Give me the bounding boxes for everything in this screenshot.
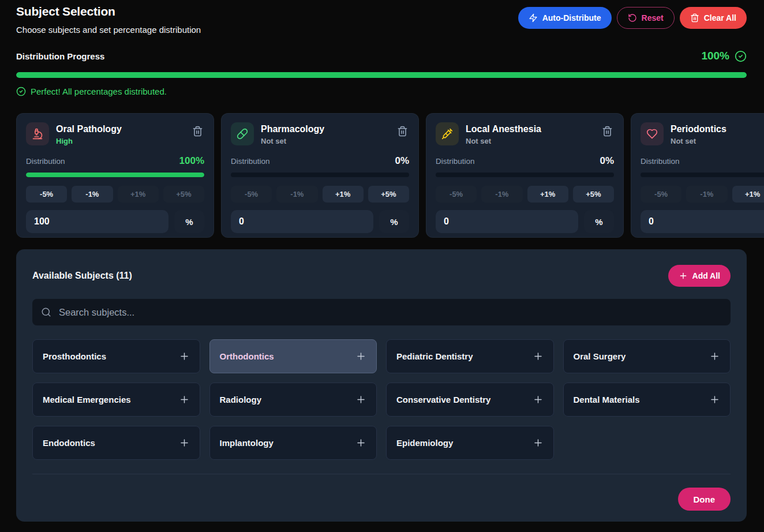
card-progress-fill (26, 173, 204, 177)
subject-priority: Not set (261, 137, 389, 145)
check-circle-icon (16, 87, 26, 96)
plus-icon (533, 437, 544, 448)
remove-subject-button[interactable] (601, 125, 614, 140)
card-titles: PeriodonticsNot set (671, 122, 764, 145)
stepper-plus5[interactable]: +5% (368, 186, 409, 203)
stepper-plus1[interactable]: +1% (732, 186, 764, 203)
stepper-minus5[interactable]: -5% (26, 186, 67, 203)
subject-card: PeriodonticsNot setDistribution0%-5%-1%+… (631, 113, 764, 238)
plus-icon (179, 437, 190, 448)
done-button[interactable]: Done (678, 488, 731, 511)
stepper-plus5[interactable]: +5% (573, 186, 614, 203)
distribution-row: Distribution100% (26, 155, 204, 167)
subjects-grid: ProsthodonticsOrthodonticsPediatric Dent… (32, 339, 731, 460)
plus-icon (679, 271, 688, 280)
plus-icon (533, 394, 544, 405)
card-progress-bar (641, 173, 764, 177)
subject-tile[interactable]: Epidemiology (386, 426, 554, 460)
panel-footer: Done (32, 479, 731, 511)
plus-icon (179, 351, 190, 362)
distribution-total: 100% (701, 50, 747, 62)
subject-tile[interactable]: Conservative Dentistry (386, 383, 554, 417)
subject-tile-label: Medical Emergencies (43, 395, 131, 404)
card-titles: Oral PathologyHigh (56, 122, 184, 145)
search-icon (41, 307, 51, 317)
subject-tile[interactable]: Prosthodontics (32, 339, 200, 373)
stepper-buttons: -5%-1%+1%+5% (231, 186, 409, 203)
subject-name: Local Anesthesia (466, 123, 594, 134)
add-all-button[interactable]: Add All (668, 265, 731, 287)
plus-icon (355, 437, 366, 448)
zap-icon (529, 13, 538, 23)
percentage-input[interactable] (436, 210, 578, 233)
auto-distribute-button[interactable]: Auto-Distribute (518, 7, 612, 29)
subject-tile[interactable]: Radiology (209, 383, 377, 417)
available-subjects-header: Available Subjects (11) Add All (32, 265, 731, 287)
subject-tile-label: Conservative Dentistry (396, 395, 490, 404)
subject-tile-label: Dental Materials (574, 395, 640, 404)
reset-label: Reset (642, 13, 664, 23)
subject-tile[interactable]: Pediatric Dentistry (386, 339, 554, 373)
success-message: Perfect! All percentages distributed. (16, 87, 747, 96)
percent-unit-label: % (174, 210, 204, 233)
remove-subject-button[interactable] (191, 125, 204, 140)
distribution-row: Distribution0% (641, 155, 764, 167)
stepper-plus5: +5% (163, 186, 204, 203)
microscope-icon (26, 122, 49, 145)
plus-icon (179, 394, 190, 405)
check-circle-icon (735, 50, 747, 62)
percent-unit-label: % (379, 210, 409, 233)
subject-tile[interactable]: Endodontics (32, 426, 200, 460)
header: Subject Selection Choose subjects and se… (16, 5, 747, 35)
subject-tile[interactable]: Oral Surgery (563, 339, 731, 373)
value-row: % (26, 210, 204, 233)
subject-tile-label: Epidemiology (396, 438, 453, 448)
plus-icon (355, 351, 366, 362)
subject-selection-screen: Subject Selection Choose subjects and se… (0, 0, 764, 532)
subject-name: Pharmacology (261, 123, 389, 134)
remove-subject-button[interactable] (396, 125, 409, 140)
pill-icon (231, 122, 254, 145)
plus-icon (533, 351, 544, 362)
success-message-text: Perfect! All percentages distributed. (31, 87, 167, 96)
reset-button[interactable]: Reset (617, 7, 675, 29)
subject-tile-label: Orthodontics (220, 351, 274, 361)
card-progress-bar (26, 173, 204, 177)
percentage-input[interactable] (641, 210, 764, 233)
stepper-plus1[interactable]: +1% (527, 186, 568, 203)
subject-search-input[interactable] (58, 306, 722, 319)
subject-tile[interactable]: Medical Emergencies (32, 383, 200, 417)
stepper-plus1: +1% (118, 186, 159, 203)
value-row: % (231, 210, 409, 233)
clear-all-label: Clear All (704, 13, 736, 23)
subject-tile[interactable]: Orthodontics (209, 339, 377, 373)
distribution-total-value: 100% (701, 50, 729, 62)
subject-tile[interactable]: Dental Materials (563, 383, 731, 417)
stepper-minus5: -5% (641, 186, 681, 203)
subject-tile[interactable]: Implantology (209, 426, 377, 460)
distribution-value: 100% (179, 155, 204, 167)
card-progress-bar (231, 173, 409, 177)
available-subjects-panel: Available Subjects (11) Add All Prosthod… (16, 249, 747, 522)
selected-subjects-grid: Oral PathologyHighDistribution100%-5%-1%… (16, 113, 747, 238)
stepper-plus1[interactable]: +1% (323, 186, 364, 203)
distribution-label: Distribution (26, 157, 65, 166)
clear-all-button[interactable]: Clear All (680, 7, 747, 29)
stepper-minus1[interactable]: -1% (72, 186, 113, 203)
stepper-buttons: -5%-1%+1%+5% (26, 186, 204, 203)
card-header: PeriodonticsNot set (641, 122, 764, 145)
percentage-input[interactable] (26, 210, 168, 233)
panel-divider (32, 474, 731, 474)
subject-card: Oral PathologyHighDistribution100%-5%-1%… (16, 113, 214, 238)
subject-card: PharmacologyNot setDistribution0%-5%-1%+… (221, 113, 419, 238)
percentage-input[interactable] (231, 210, 373, 233)
distribution-progress-fill (16, 72, 747, 78)
page-title: Subject Selection (16, 5, 201, 18)
subject-card: Local AnesthesiaNot setDistribution0%-5%… (426, 113, 624, 238)
add-all-label: Add All (692, 271, 720, 280)
subject-tile-label: Endodontics (43, 438, 95, 448)
card-header: PharmacologyNot set (231, 122, 409, 145)
subject-tile-label: Radiology (220, 395, 262, 404)
value-row: % (436, 210, 614, 233)
distribution-label: Distribution (641, 157, 680, 166)
